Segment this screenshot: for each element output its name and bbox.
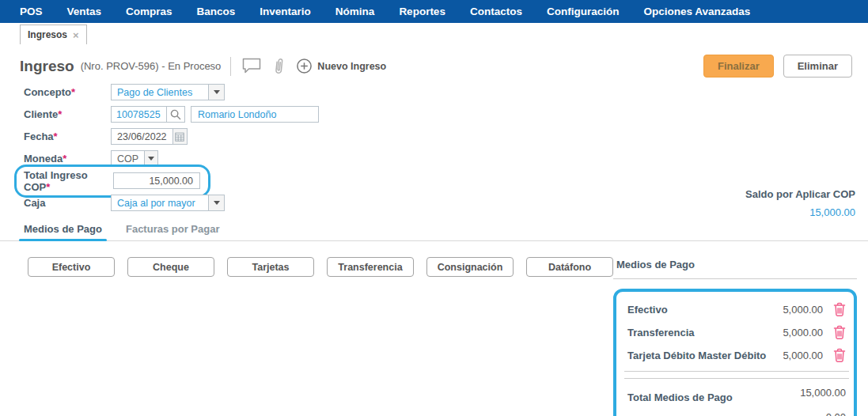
caja-row: Caja Caja al por mayor bbox=[24, 195, 868, 211]
required-marker: * bbox=[46, 181, 50, 193]
nav-item-ventas[interactable]: Ventas bbox=[67, 6, 102, 17]
totals-divider bbox=[624, 378, 849, 379]
saldo-por-aplicar: Saldo por Aplicar COP 15,000.00 bbox=[745, 188, 855, 218]
total-ingreso-label: Total Ingreso COP* bbox=[24, 169, 113, 193]
concepto-value: Pago de Clientes bbox=[112, 85, 208, 100]
cliente-label: Cliente* bbox=[24, 108, 111, 120]
cheque-button[interactable]: Cheque bbox=[127, 257, 214, 277]
comment-icon[interactable] bbox=[242, 58, 262, 74]
tab-medios-de-pago[interactable]: Medios de Pago bbox=[24, 223, 102, 240]
concepto-select[interactable]: Pago de Clientes bbox=[111, 84, 225, 100]
cliente-name-input[interactable]: Romario Londoño bbox=[191, 106, 319, 123]
income-form: Concepto* Pago de Clientes Cliente* 1007… bbox=[0, 84, 868, 211]
nav-item-pos[interactable]: POS bbox=[20, 6, 43, 17]
nav-item-inventario[interactable]: Inventario bbox=[260, 6, 311, 17]
moneda-label: Moneda* bbox=[24, 153, 111, 165]
efectivo-button[interactable]: Efectivo bbox=[28, 257, 115, 277]
nav-item-opciones-avanzadas[interactable]: Opciones Avanzadas bbox=[643, 6, 750, 17]
datafono-button[interactable]: Datáfono bbox=[526, 257, 613, 277]
saldo-label: Saldo por Aplicar COP bbox=[745, 188, 855, 200]
new-income-button[interactable]: Nuevo Ingreso bbox=[296, 58, 386, 74]
payment-name: Tarjeta Débito Master Débito bbox=[627, 350, 771, 361]
total-ingreso-highlight: Total Ingreso COP* 15,000.00 bbox=[14, 165, 210, 198]
panel-title: Medios de Pago bbox=[613, 254, 857, 279]
detail-tabs: Medios de Pago Facturas por Pagar bbox=[0, 223, 868, 241]
tab-close-icon[interactable]: × bbox=[73, 30, 79, 40]
delete-button[interactable]: Eliminar bbox=[783, 55, 852, 78]
tab-facturas-por-pagar[interactable]: Facturas por Pagar bbox=[126, 223, 220, 240]
payment-method-buttons: Efectivo Cheque Tarjetas Transferencia C… bbox=[28, 257, 613, 277]
pending-amount: 0.00 bbox=[771, 411, 846, 416]
fecha-row: Fecha* 23/06/2022 bbox=[24, 128, 868, 145]
nav-item-contactos[interactable]: Contactos bbox=[470, 6, 522, 17]
payment-amount: 5,000.00 bbox=[771, 304, 823, 316]
caja-label: Caja bbox=[24, 197, 111, 209]
transferencia-button[interactable]: Transferencia bbox=[327, 257, 414, 277]
required-marker: * bbox=[71, 86, 75, 98]
header-divider bbox=[230, 57, 231, 76]
trash-icon[interactable] bbox=[833, 325, 846, 339]
payment-row: Transferencia 5,000.00 bbox=[627, 325, 846, 339]
attachment-icon[interactable] bbox=[273, 57, 285, 76]
finalize-button[interactable]: Finalizar bbox=[703, 55, 774, 78]
page-subtitle: (Nro. PROV-596) - En Proceso bbox=[81, 60, 222, 72]
consignacion-button[interactable]: Consignación bbox=[426, 257, 514, 277]
concepto-row: Concepto* Pago de Clientes bbox=[24, 84, 868, 100]
cliente-name-value: Romario Londoño bbox=[198, 109, 276, 120]
payments-highlight-box: Efectivo 5,000.00 Transferencia 5,000.00… bbox=[613, 289, 857, 416]
concepto-label: Concepto* bbox=[24, 86, 111, 98]
cliente-id-value: 10078525 bbox=[112, 109, 166, 120]
fecha-value: 23/06/2022 bbox=[112, 129, 172, 144]
nav-item-configuracion[interactable]: Configuración bbox=[547, 6, 620, 17]
required-marker: * bbox=[63, 153, 66, 165]
saldo-value: 15,000.00 bbox=[745, 206, 855, 218]
plus-circle-icon bbox=[296, 58, 313, 74]
document-tabbar: Ingresos × bbox=[0, 23, 868, 44]
pending-row: Pendiente 0.00 bbox=[627, 411, 846, 416]
fecha-input[interactable]: 23/06/2022 bbox=[111, 128, 188, 145]
page-header: Ingreso (Nro. PROV-596) - En Proceso Nue… bbox=[0, 44, 868, 84]
calendar-icon[interactable] bbox=[172, 129, 187, 144]
payment-amount: 5,000.00 bbox=[771, 350, 823, 361]
search-icon[interactable] bbox=[166, 107, 184, 122]
total-ingreso-value: 15,000.00 bbox=[149, 176, 193, 187]
trash-icon[interactable] bbox=[833, 302, 846, 316]
total-row: Total Medios de Pago 15,000.00 bbox=[627, 387, 846, 403]
nav-item-reportes[interactable]: Reportes bbox=[399, 6, 445, 17]
pending-name: Pendiente bbox=[627, 411, 771, 416]
payment-name: Transferencia bbox=[627, 327, 771, 338]
cliente-row: Cliente* 10078525 Romario Londoño bbox=[24, 106, 868, 123]
total-name: Total Medios de Pago bbox=[627, 387, 771, 403]
payment-name: Efectivo bbox=[627, 304, 771, 316]
new-income-label: Nuevo Ingreso bbox=[317, 61, 386, 72]
nav-item-nomina[interactable]: Nómina bbox=[335, 6, 375, 17]
chevron-down-icon[interactable] bbox=[208, 195, 224, 210]
page: POS Ventas Compras Bancos Inventario Nóm… bbox=[0, 0, 868, 416]
detail-content: Efectivo Cheque Tarjetas Transferencia C… bbox=[0, 241, 868, 416]
nav-item-bancos[interactable]: Bancos bbox=[197, 6, 236, 17]
total-ingreso-input[interactable]: 15,000.00 bbox=[113, 172, 200, 189]
total-amount: 15,000.00 bbox=[771, 387, 846, 399]
tarjetas-button[interactable]: Tarjetas bbox=[227, 257, 314, 277]
nav-item-compras[interactable]: Compras bbox=[126, 6, 172, 17]
payment-row: Tarjeta Débito Master Débito 5,000.00 bbox=[627, 348, 846, 362]
caja-select[interactable]: Caja al por mayor bbox=[111, 195, 225, 211]
payment-row: Efectivo 5,000.00 bbox=[627, 302, 846, 316]
cliente-id-input[interactable]: 10078525 bbox=[111, 106, 185, 123]
payment-amount: 5,000.00 bbox=[771, 327, 823, 338]
top-nav: POS Ventas Compras Bancos Inventario Nóm… bbox=[0, 0, 868, 23]
trash-icon[interactable] bbox=[833, 348, 846, 362]
required-marker: * bbox=[58, 108, 62, 120]
tab-ingresos-label: Ingresos bbox=[28, 29, 67, 40]
total-ingreso-row: Total Ingreso COP* 15,000.00 bbox=[24, 172, 868, 189]
caja-value: Caja al por mayor bbox=[112, 195, 208, 210]
page-title: Ingreso bbox=[20, 58, 74, 75]
divider-gap bbox=[627, 372, 846, 378]
required-marker: * bbox=[54, 130, 58, 142]
fecha-label: Fecha* bbox=[24, 130, 111, 142]
chevron-down-icon[interactable] bbox=[208, 85, 224, 100]
tab-ingresos[interactable]: Ingresos × bbox=[20, 25, 87, 44]
medios-de-pago-panel: Medios de Pago Efectivo 5,000.00 Transfe… bbox=[613, 254, 857, 416]
